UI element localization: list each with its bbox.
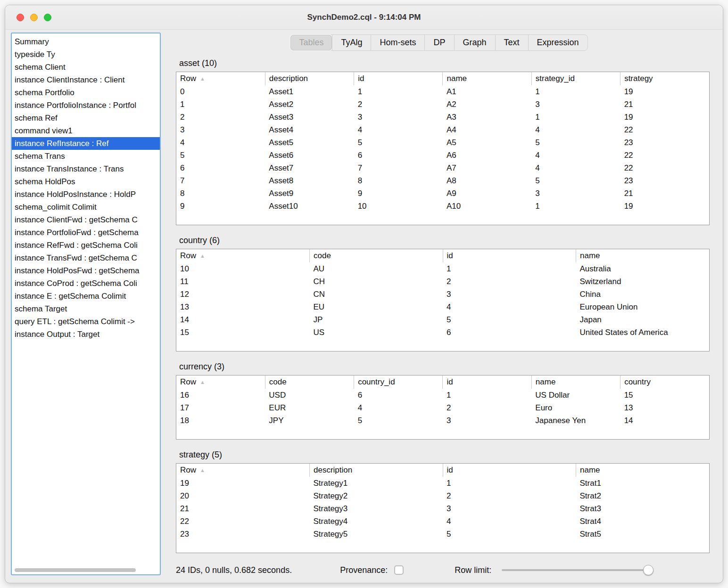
table-row[interactable]: 21Strategy33Strat3 xyxy=(176,502,709,515)
table-row[interactable]: 7Asset88A8523 xyxy=(176,174,709,187)
column-header[interactable]: code xyxy=(265,376,354,389)
tab-dp[interactable]: DP xyxy=(424,35,454,50)
column-header[interactable]: id xyxy=(443,464,576,477)
column-header-label: name xyxy=(580,466,600,474)
column-header[interactable]: country xyxy=(620,376,709,389)
column-header[interactable]: description xyxy=(310,464,443,477)
sidebar-item[interactable]: instance TransInstance : Trans xyxy=(12,163,160,175)
sidebar-item[interactable]: instance E : getSchema Colimit xyxy=(12,290,160,302)
column-header[interactable]: description xyxy=(265,72,354,85)
table-row[interactable]: 0Asset11A1119 xyxy=(176,85,709,98)
column-header[interactable]: name xyxy=(576,464,710,477)
table-cell: 1 xyxy=(354,85,443,98)
column-header[interactable]: name xyxy=(443,72,531,85)
table-row[interactable]: 5Asset66A6422 xyxy=(176,149,709,162)
sidebar-item[interactable]: schema Portfolio xyxy=(12,86,160,99)
column-header[interactable]: id xyxy=(443,376,531,389)
sidebar-item[interactable]: schema Target xyxy=(12,302,160,315)
column-header[interactable]: name xyxy=(576,249,710,262)
column-header-label: Row xyxy=(180,466,196,474)
table-row[interactable]: 3Asset44A4422 xyxy=(176,123,709,136)
tab-hom-sets[interactable]: Hom-sets xyxy=(371,35,424,50)
table-cell: A6 xyxy=(443,149,531,162)
sidebar-item[interactable]: query ETL : getSchema Colimit -> xyxy=(12,315,160,328)
table-row[interactable]: 20Strategy22Strat2 xyxy=(176,490,709,502)
table-row[interactable]: 1Asset22A2321 xyxy=(176,98,709,111)
table-cell: 11 xyxy=(176,275,310,288)
sidebar-item[interactable]: schema_colimit Colimit xyxy=(12,201,160,213)
tab-text[interactable]: Text xyxy=(495,35,528,50)
sidebar-item[interactable]: command view1 xyxy=(12,124,160,137)
table-row[interactable]: 15US6United States of America xyxy=(176,326,709,339)
sidebar-item[interactable]: schema Client xyxy=(12,61,160,74)
sidebar-item[interactable]: instance RefFwd : getSchema Coli xyxy=(12,239,160,252)
slider-track[interactable] xyxy=(502,569,654,571)
table-cell: 22 xyxy=(620,162,709,174)
sidebar-item[interactable]: schema Trans xyxy=(12,150,160,163)
tab-tables[interactable]: Tables xyxy=(290,35,332,50)
sidebar-item[interactable]: instance PortfolioFwd : getSchema xyxy=(12,226,160,239)
sidebar-item[interactable]: schema HoldPos xyxy=(12,175,160,188)
column-header[interactable]: Row▲ xyxy=(176,249,310,262)
data-table: Row▲descriptionidname19Strategy11Strat12… xyxy=(176,464,709,540)
table-cell: 15 xyxy=(620,389,709,401)
column-header[interactable]: Row▲ xyxy=(176,72,265,85)
row-limit-slider[interactable] xyxy=(502,564,654,576)
column-header[interactable]: Row▲ xyxy=(176,376,265,389)
table-row[interactable]: 23Strategy55Strat5 xyxy=(176,528,709,540)
table-row[interactable]: 18JPY53Japanese Yen14 xyxy=(176,414,709,427)
sidebar-horizontal-scrollbar[interactable] xyxy=(15,568,136,572)
tab-expression[interactable]: Expression xyxy=(528,35,587,50)
table-row[interactable]: 19Strategy11Strat1 xyxy=(176,477,709,490)
table-row[interactable]: 17EUR42Euro13 xyxy=(176,401,709,414)
column-header[interactable]: code xyxy=(310,249,443,262)
column-header[interactable]: country_id xyxy=(354,376,443,389)
sidebar-item[interactable]: instance TransFwd : getSchema C xyxy=(12,252,160,264)
sidebar-item[interactable]: Summary xyxy=(12,35,160,48)
table-cell: 23 xyxy=(176,528,310,540)
table-row[interactable]: 10AU1Australia xyxy=(176,262,709,275)
column-header[interactable]: strategy_id xyxy=(531,72,620,85)
table-row[interactable]: 14JP5Japan xyxy=(176,313,709,326)
column-header[interactable]: name xyxy=(531,376,620,389)
column-header[interactable]: Row▲ xyxy=(176,464,310,477)
column-header[interactable]: id xyxy=(443,249,576,262)
table-row[interactable]: 22Strategy44Strat4 xyxy=(176,515,709,528)
table-row[interactable]: 2Asset33A3119 xyxy=(176,111,709,123)
table-cell: Australia xyxy=(576,262,710,275)
table-cell: Strategy2 xyxy=(310,490,443,502)
sidebar-item[interactable]: instance HoldPosInstance : HoldP xyxy=(12,188,160,201)
sidebar-item[interactable]: typeside Ty xyxy=(12,48,160,61)
table-row[interactable]: 12CN3China xyxy=(176,288,709,301)
tab-tyalg[interactable]: TyAlg xyxy=(332,35,371,50)
table-cell: Asset5 xyxy=(265,136,354,149)
close-button[interactable] xyxy=(17,14,24,21)
slider-thumb[interactable] xyxy=(643,565,654,575)
table-row[interactable]: 11CH2Switzerland xyxy=(176,275,709,288)
column-header[interactable]: strategy xyxy=(620,72,709,85)
table-row[interactable]: 4Asset55A5523 xyxy=(176,136,709,149)
sidebar-item[interactable]: instance Output : Target xyxy=(12,328,160,341)
sidebar-item[interactable]: instance CoProd : getSchema Coli xyxy=(12,277,160,290)
table-cell: 22 xyxy=(620,149,709,162)
sidebar-item[interactable]: instance HoldPosFwd : getSchema xyxy=(12,264,160,277)
table-row[interactable]: 13EU4European Union xyxy=(176,301,709,313)
tab-graph[interactable]: Graph xyxy=(454,35,495,50)
sidebar-item[interactable]: schema Ref xyxy=(12,112,160,124)
table-row[interactable]: 9Asset1010A10119 xyxy=(176,200,709,212)
sidebar-item[interactable]: instance ClientInstance : Client xyxy=(12,74,160,86)
provenance-checkbox[interactable] xyxy=(394,565,404,575)
table-cell: China xyxy=(576,288,710,301)
sidebar-item[interactable]: instance ClientFwd : getSchema C xyxy=(12,213,160,226)
minimize-button[interactable] xyxy=(30,14,38,21)
table-cell: 15 xyxy=(176,326,310,339)
table-cell: 10 xyxy=(354,200,443,212)
table-cell: Asset2 xyxy=(265,98,354,111)
column-header[interactable]: id xyxy=(354,72,443,85)
sidebar-item[interactable]: instance PortfolioInstance : Portfol xyxy=(12,99,160,112)
table-row[interactable]: 8Asset99A9321 xyxy=(176,187,709,200)
sidebar-item-selected[interactable]: instance RefInstance : Ref xyxy=(12,137,160,150)
zoom-button[interactable] xyxy=(44,14,51,21)
table-row[interactable]: 16USD61US Dollar15 xyxy=(176,389,709,401)
table-row[interactable]: 6Asset77A7422 xyxy=(176,162,709,174)
